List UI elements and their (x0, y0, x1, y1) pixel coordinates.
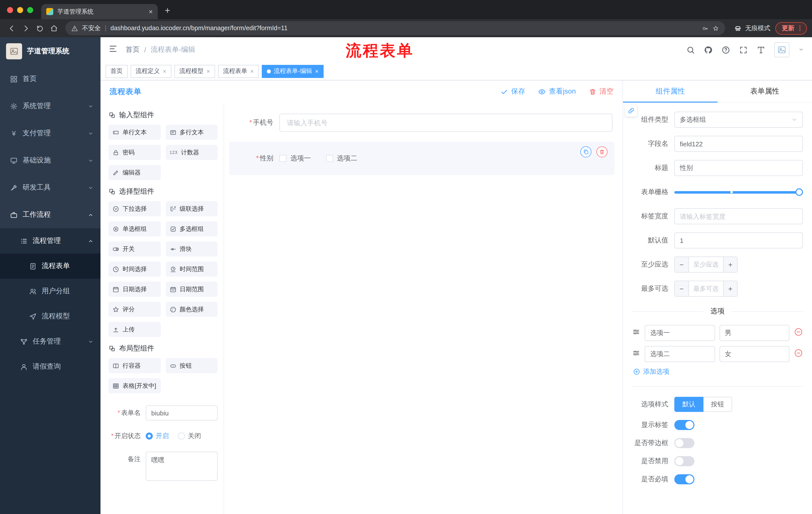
form-remark-textarea[interactable]: 嘿嘿 (146, 452, 218, 481)
clear-button[interactable]: 清空 (589, 87, 613, 96)
status-on-radio[interactable]: 开启 (146, 432, 169, 440)
password-key-icon[interactable] (702, 25, 708, 31)
tag-close-icon[interactable]: × (206, 68, 210, 74)
back-button[interactable] (5, 22, 18, 35)
breadcrumb-home[interactable]: 首页 (126, 45, 140, 54)
sidebar-item-task-mgmt[interactable]: 任务管理 (0, 329, 100, 354)
palette-item-editor[interactable]: 编辑器 (109, 165, 161, 180)
palette-item-counter[interactable]: 123计数器 (166, 145, 218, 160)
add-option-button[interactable]: 添加选项 (633, 367, 803, 376)
browser-tab[interactable]: 芋道管理系统 × (41, 4, 158, 19)
status-off-radio[interactable]: 关闭 (178, 432, 201, 440)
gender-field-widget-selected[interactable]: *性别 选项一 选项二 (229, 142, 614, 175)
remove-option-button[interactable] (794, 349, 803, 360)
sidebar-item-payment[interactable]: ¥ 支付管理 (0, 120, 100, 147)
phone-input[interactable] (279, 114, 612, 132)
sidebar-item-process-form[interactable]: 流程表单 (0, 253, 100, 279)
grid-slider[interactable] (674, 184, 803, 200)
required-toggle[interactable] (674, 474, 694, 484)
github-icon[interactable] (704, 46, 713, 54)
palette-item-rate[interactable]: 评分 (109, 302, 161, 317)
form-name-input[interactable] (146, 405, 218, 421)
palette-item-time-picker[interactable]: 时间选择 (109, 262, 161, 277)
sidebar-item-process-mgmt[interactable]: 流程管理 (0, 228, 100, 253)
palette-item-switch[interactable]: 开关 (109, 241, 161, 256)
tag-close-icon[interactable]: × (250, 68, 254, 74)
font-size-icon[interactable] (757, 46, 765, 54)
disabled-toggle[interactable] (674, 456, 694, 466)
drag-handle-icon[interactable] (632, 349, 640, 359)
slider-handle[interactable] (795, 188, 803, 196)
reload-button[interactable] (33, 22, 46, 35)
palette-item-slider[interactable]: 滑块 (166, 241, 218, 256)
palette-item-upload[interactable]: 上传 (109, 322, 161, 337)
new-tab-button[interactable]: + (165, 6, 170, 15)
palette-item-button[interactable]: 按钮 (166, 358, 218, 373)
window-minimize-button[interactable] (17, 7, 23, 13)
anchor-link-icon[interactable] (625, 105, 637, 117)
gender-option-1-checkbox[interactable]: 选项一 (279, 154, 311, 163)
option-1-value-input[interactable] (719, 325, 789, 341)
field-name-input[interactable] (674, 136, 803, 152)
browser-update-button[interactable]: 更新 (775, 22, 807, 34)
view-json-button[interactable]: 查看json (539, 87, 576, 96)
tab-component-props[interactable]: 组件属性 (623, 80, 718, 102)
tab-form-props[interactable]: 表单属性 (718, 80, 812, 102)
window-zoom-button[interactable] (27, 7, 33, 13)
slider-track[interactable] (674, 191, 799, 193)
sidebar-item-system[interactable]: 系统管理 (0, 92, 100, 120)
window-close-button[interactable] (7, 7, 13, 13)
palette-item-single-text[interactable]: 单行文本 (109, 125, 161, 140)
title-input[interactable] (674, 160, 803, 176)
palette-item-cascader[interactable]: 级联选择 (166, 201, 218, 216)
forward-button[interactable] (19, 22, 32, 35)
search-icon[interactable] (686, 46, 695, 54)
style-button-button[interactable]: 按钮 (703, 397, 732, 412)
gender-option-2-checkbox[interactable]: 选项二 (326, 154, 357, 163)
palette-item-radio-group[interactable]: 单选框组 (109, 221, 161, 236)
drag-handle-icon[interactable] (632, 328, 640, 338)
palette-item-password[interactable]: 密码 (109, 145, 161, 160)
palette-item-row-container[interactable]: 行容器 (109, 358, 161, 373)
address-bar[interactable]: 不安全 | dashboard.yudao.iocoder.cn/bpm/man… (65, 21, 725, 35)
help-icon[interactable] (722, 46, 730, 54)
style-default-button[interactable]: 默认 (674, 397, 703, 412)
label-width-input[interactable] (674, 208, 803, 224)
sidebar-item-workflow[interactable]: 工作流程 (0, 201, 100, 228)
option-2-value-input[interactable] (719, 346, 789, 362)
sidebar-item-leave-query[interactable]: 请假查询 (0, 354, 100, 379)
delete-widget-button[interactable] (597, 146, 608, 157)
user-avatar[interactable] (774, 42, 789, 57)
remove-option-button[interactable] (794, 327, 803, 339)
sidebar-collapse-button[interactable] (109, 44, 118, 55)
sidebar-item-infra[interactable]: 基础设施 (0, 147, 100, 174)
palette-item-time-range[interactable]: 时间范围 (166, 262, 218, 277)
sidebar-item-home[interactable]: 首页 (0, 65, 100, 92)
bookmark-star-icon[interactable] (713, 25, 719, 31)
tag-close-icon[interactable]: × (163, 68, 166, 74)
palette-item-multi-text[interactable]: 多行文本 (166, 125, 218, 140)
option-1-label-input[interactable] (645, 325, 715, 341)
avatar-dropdown[interactable] (799, 45, 804, 54)
fullscreen-icon[interactable] (739, 46, 748, 54)
palette-item-color-picker[interactable]: 颜色选择 (166, 302, 218, 317)
default-value-input[interactable] (674, 232, 803, 248)
save-button[interactable]: 保存 (501, 87, 525, 96)
palette-item-date-range[interactable]: 日期范围 (166, 282, 218, 297)
tag-process-form[interactable]: 流程表单 × (218, 64, 259, 78)
stepper-minus-button[interactable]: − (675, 257, 689, 272)
sidebar-item-devtools[interactable]: 研发工具 (0, 174, 100, 201)
border-toggle[interactable] (674, 438, 694, 448)
component-type-select[interactable]: 多选框组 (674, 112, 803, 128)
min-checked-input[interactable] (689, 257, 723, 272)
palette-item-checkbox-group[interactable]: 多选框组 (166, 221, 218, 236)
stepper-minus-button[interactable]: − (675, 281, 689, 296)
kebab-menu-icon[interactable] (796, 25, 804, 32)
palette-item-date-picker[interactable]: 日期选择 (109, 282, 161, 297)
palette-item-select[interactable]: 下拉选择 (109, 201, 161, 216)
tag-close-icon[interactable]: × (315, 68, 319, 74)
palette-item-table[interactable]: 表格[开发中] (109, 378, 161, 393)
stepper-plus-button[interactable]: + (723, 281, 737, 296)
tag-process-definition[interactable]: 流程定义 × (130, 64, 171, 78)
sidebar-item-process-model[interactable]: 流程模型 (0, 304, 100, 329)
